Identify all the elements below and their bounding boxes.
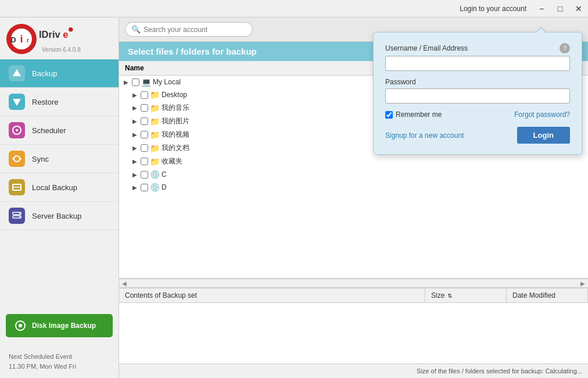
checkbox-pictures[interactable] <box>141 117 148 125</box>
svg-point-11 <box>16 129 18 131</box>
svg-point-7 <box>69 27 73 31</box>
expand-icon-pictures: ▶ <box>131 118 139 124</box>
search-icon: 🔍 <box>131 25 141 34</box>
server-icon <box>9 208 25 224</box>
col-contents: Contents of Backup set <box>119 288 425 302</box>
backup-label: Backup <box>32 69 57 78</box>
drive-icon-c: 💿 <box>150 170 160 179</box>
local-label: Local Backup <box>32 183 77 192</box>
expand-icon-desktop: ▶ <box>131 92 139 98</box>
login-panel: Username / Email Address ? Password Reme… <box>373 32 582 155</box>
pictures-label: 我的图片 <box>162 116 189 126</box>
local-icon <box>9 179 25 195</box>
disk-image-backup-button[interactable]: Disk Image Backup <box>6 314 113 337</box>
checkbox-my-local[interactable] <box>132 79 139 86</box>
svg-point-19 <box>19 216 20 217</box>
minimize-button[interactable]: − <box>532 0 551 17</box>
sidebar-item-scheduler[interactable]: Scheduler <box>0 116 119 145</box>
svg-marker-13 <box>12 157 14 161</box>
documents-label: 我的文档 <box>162 143 189 153</box>
drive-c-label: C <box>162 170 167 179</box>
disk-icon <box>15 320 26 331</box>
scheduled-time: 11.30 PM, Mon Wed Fri <box>9 362 110 372</box>
username-label-row: Username / Email Address ? <box>385 43 570 54</box>
restore-label: Restore <box>32 98 59 106</box>
sidebar-item-restore[interactable]: Restore <box>0 88 119 116</box>
remember-label[interactable]: Remember me <box>385 110 442 119</box>
svg-text:i: i <box>20 33 23 45</box>
checkbox-drive-c[interactable] <box>141 171 148 179</box>
name-column-header: Name <box>125 64 144 72</box>
checkbox-desktop[interactable] <box>141 91 148 99</box>
sidebar-item-backup[interactable]: Backup <box>0 59 119 88</box>
status-text: Size of the files / folders selected for… <box>417 368 582 375</box>
drive-d-label: D <box>162 183 167 191</box>
status-bar: Size of the files / folders selected for… <box>119 363 588 378</box>
checkbox-drive-d[interactable] <box>141 184 148 191</box>
restore-button[interactable]: □ <box>551 0 569 17</box>
sidebar-item-server[interactable]: Server Backup <box>0 202 119 230</box>
svg-marker-12 <box>20 157 21 161</box>
checkbox-favorites[interactable] <box>141 158 148 165</box>
sidebar-item-sync[interactable]: Sync <box>0 145 119 173</box>
folder-icon-documents: 📁 <box>150 144 160 153</box>
password-input[interactable] <box>385 88 570 104</box>
username-label: Username / Email Address <box>385 44 468 52</box>
horizontal-scrollbar[interactable]: ◀ ▶ <box>119 279 588 288</box>
expand-icon-documents: ▶ <box>131 145 139 151</box>
title-bar-text: Login to your account <box>0 5 532 13</box>
nav-items: Backup Restore Scheduler Sync <box>0 59 119 305</box>
expand-icon-music: ▶ <box>131 105 139 111</box>
disk-image-label: Disk Image Backup <box>32 322 96 330</box>
col-date: Date Modified <box>507 288 588 302</box>
server-label: Server Backup <box>32 212 81 220</box>
signup-link[interactable]: Signup for a new account <box>385 131 464 140</box>
forgot-password-link[interactable]: Forgot password? <box>514 110 570 119</box>
expand-icon-d: ▶ <box>131 184 139 191</box>
password-label: Password <box>385 78 416 86</box>
logo: i D r IDriv e Version 6.4.0.8 <box>6 23 81 55</box>
login-bottom-row: Signup for a new account Login <box>385 127 570 144</box>
checkbox-music[interactable] <box>141 104 148 112</box>
sync-icon <box>9 151 25 167</box>
expand-icon-my-local: ▶ <box>122 79 130 85</box>
scheduler-label: Scheduler <box>32 126 66 135</box>
desktop-label: Desktop <box>162 91 187 99</box>
help-icon[interactable]: ? <box>560 43 570 54</box>
checkbox-videos[interactable] <box>141 131 148 138</box>
backup-icon <box>9 65 25 81</box>
svg-point-21 <box>19 324 22 327</box>
expand-icon-favorites: ▶ <box>131 158 139 165</box>
tree-row-drive-d[interactable]: ▶ 💿 D <box>119 181 588 194</box>
expand-icon-c: ▶ <box>131 172 139 178</box>
favorites-label: 收藏夹 <box>162 156 182 166</box>
logo-version: Version 6.4.0.8 <box>42 47 81 53</box>
svg-marker-9 <box>13 99 21 106</box>
remember-checkbox[interactable] <box>385 111 393 119</box>
my-local-label: My Local <box>153 78 181 86</box>
remember-text: Remember me <box>396 110 442 119</box>
username-input[interactable] <box>385 56 570 71</box>
close-button[interactable]: ✕ <box>569 0 588 17</box>
logo-area: i D r IDriv e Version 6.4.0.8 <box>0 17 119 59</box>
sidebar-item-local[interactable]: Local Backup <box>0 173 119 202</box>
folder-icon-videos: 📁 <box>150 130 160 140</box>
search-input[interactable] <box>144 26 246 34</box>
remember-row: Remember me Forgot password? <box>385 110 570 119</box>
password-label-row: Password <box>385 78 570 86</box>
scheduled-label: Next Scheduled Event <box>9 352 110 362</box>
tree-row-favorites[interactable]: ▶ 📁 收藏夹 <box>119 155 588 168</box>
table-header: Contents of Backup set Size ⇅ Date Modif… <box>119 288 588 303</box>
idrive-text-logo: IDriv e <box>39 26 74 44</box>
col-size: Size ⇅ <box>425 288 507 302</box>
svg-marker-8 <box>13 69 21 76</box>
search-input-wrap[interactable]: 🔍 <box>125 22 253 37</box>
folder-icon-pictures: 📁 <box>150 117 160 126</box>
login-button[interactable]: Login <box>517 127 570 144</box>
bottom-table: Contents of Backup set Size ⇅ Date Modif… <box>119 288 588 363</box>
content-title: Select files / folders for backup <box>128 47 257 56</box>
tree-row-drive-c[interactable]: ▶ 💿 C <box>119 168 588 181</box>
checkbox-documents[interactable] <box>141 144 148 152</box>
scheduler-icon <box>9 122 25 138</box>
restore-icon <box>9 94 25 110</box>
